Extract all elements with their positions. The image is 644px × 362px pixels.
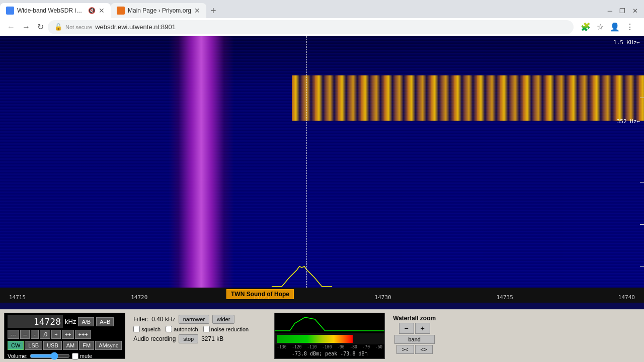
back-button[interactable]: ←	[4, 21, 18, 34]
forward-button[interactable]: →	[19, 21, 33, 34]
stop-button[interactable]: stop	[179, 334, 198, 343]
zoom-plus-button[interactable]: +	[415, 323, 430, 334]
settings-button[interactable]: ⋮	[624, 20, 636, 34]
meter-label-4: -90	[337, 345, 344, 349]
ab-button[interactable]: A/B	[78, 317, 94, 326]
bandwidth-curve	[272, 262, 332, 288]
options-row: squelch autonotch noise reduction	[133, 326, 266, 332]
mode-btn-cw[interactable]: CW	[8, 341, 24, 350]
address-text: websdr.ewi.utwente.nl:8901	[95, 23, 567, 31]
signal-svg	[275, 313, 384, 333]
autonotch-option: autonotch	[166, 326, 198, 332]
tab-title-2: Main Page › Priyom.org	[128, 7, 191, 14]
filter-row: Filter: 0.40 kHz narrower wider	[133, 315, 266, 324]
meter-label-1: -120	[292, 345, 301, 349]
mode-btn-lsb[interactable]: LSB	[25, 341, 42, 350]
tab-bar: Wide-band WebSDR in Ensc... 🔇 ✕ Main Pag…	[0, 0, 644, 18]
tab-favicon-1	[6, 7, 14, 15]
tab-priyom[interactable]: Main Page › Priyom.org ✕	[111, 3, 206, 18]
freq-label-4: 14735	[497, 294, 513, 301]
narrower-button[interactable]: narrower	[179, 315, 209, 324]
close-button[interactable]: ✕	[630, 5, 640, 17]
mode-btn-am[interactable]: AM	[63, 341, 78, 350]
zoom-band-button[interactable]: band	[394, 335, 435, 344]
frequency-unit: kHz	[65, 318, 76, 325]
restore-button[interactable]: ❐	[617, 5, 627, 17]
recording-size: 3271 kB	[201, 335, 223, 342]
filter-section: Filter: 0.40 kHz narrower wider squelch …	[129, 313, 270, 359]
atob-button[interactable]: A=B	[96, 317, 114, 326]
freq-label-5: 14740	[618, 294, 635, 301]
tab-websdr[interactable]: Wide-band WebSDR in Ensc... 🔇 ✕	[0, 3, 111, 18]
meter-label-3: -100	[322, 345, 332, 349]
minimize-button[interactable]: ─	[606, 5, 614, 17]
security-label: Not secure	[65, 24, 92, 30]
tune-btn-dbl-minus[interactable]: --	[20, 330, 30, 339]
frequency-axis: 14715 14720 14725 14730 14735 14740	[0, 288, 644, 303]
mode-btn-usb[interactable]: USB	[43, 341, 62, 350]
zoom-right-button[interactable]: <>	[415, 345, 433, 354]
meter-bar	[277, 335, 353, 343]
mute-checkbox[interactable]	[72, 353, 78, 359]
sdr-display: 14715 14720 14725 14730 14735 14740 TWN …	[0, 36, 644, 362]
tab-close-1[interactable]: ✕	[99, 7, 105, 15]
wf-markers	[638, 76, 644, 288]
navigation-bar: ← → ↻ 🔓 Not secure websdr.ewi.utwente.nl…	[0, 18, 644, 36]
mode-btn-fm[interactable]: FM	[79, 341, 94, 350]
frequency-input[interactable]: 14728	[8, 315, 63, 328]
meter-label-0: -130	[277, 345, 286, 349]
tune-btn-tripl-minus[interactable]: ---	[8, 330, 19, 339]
extensions-button[interactable]: 🧩	[579, 20, 593, 34]
noise-reduction-checkbox[interactable]	[203, 326, 210, 332]
freq-label-0: 14715	[9, 294, 26, 301]
zoom-minus-button[interactable]: −	[399, 323, 414, 334]
strong-signal-band	[169, 36, 234, 288]
squelch-checkbox[interactable]	[133, 326, 140, 332]
waterfall-zoom-title: Waterfall zoom	[393, 315, 436, 322]
zoom-left-button[interactable]: ><	[396, 345, 414, 354]
browser-chrome: Wide-band WebSDR in Ensc... 🔇 ✕ Main Pag…	[0, 0, 644, 36]
profile-button[interactable]: 👤	[608, 20, 622, 34]
autonotch-checkbox[interactable]	[166, 326, 172, 332]
frequency-display: 14728 kHz A/B A=B	[8, 315, 122, 328]
tab-title-1: Wide-band WebSDR in Ensc...	[17, 7, 85, 14]
tab-favicon-2	[117, 7, 125, 15]
new-tab-button[interactable]: +	[206, 3, 220, 18]
mute-label: mute	[72, 353, 92, 359]
volume-row: Volume: mute	[8, 352, 122, 360]
mode-btn-amsync[interactable]: AMsync	[95, 341, 122, 350]
wider-button[interactable]: wider	[212, 315, 234, 324]
volume-slider[interactable]	[30, 352, 70, 360]
tune-btn-plus[interactable]: +	[51, 330, 60, 339]
audio-recording-label: Audio recording	[133, 335, 176, 342]
reload-button[interactable]: ↻	[34, 20, 47, 34]
tune-btn-dbl-plus[interactable]: ++	[62, 330, 74, 339]
meter-label-5: -80	[350, 345, 357, 349]
address-bar[interactable]: 🔓 Not secure websdr.ewi.utwente.nl:8901	[48, 20, 574, 34]
waterfall-zoom-section: Waterfall zoom − + band >< <>	[389, 313, 440, 359]
squelch-option: squelch	[133, 326, 160, 332]
top-signal-bands	[292, 75, 644, 121]
volume-label: Volume:	[8, 353, 28, 359]
meter-scale: -130 -120 -110 -100 -90 -80 -70 -60	[275, 344, 384, 350]
waterfall-display[interactable]: 14715 14720 14725 14730 14735 14740 TWN …	[0, 36, 644, 303]
tab-close-2[interactable]: ✕	[194, 7, 200, 15]
scale-hz: 352 Hz←	[617, 118, 640, 125]
signal-canvas	[275, 313, 384, 333]
audio-meter-section: -130 -120 -110 -100 -90 -80 -70 -60 -73.…	[274, 313, 385, 359]
control-panel: 14728 kHz A/B A=B --- -- - .0 + ++ +++ C…	[0, 309, 644, 362]
meter-label-2: -110	[307, 345, 316, 349]
browser-actions: 🧩 ☆ 👤 ⋮	[575, 20, 640, 34]
tuning-cursor[interactable]	[306, 36, 306, 288]
security-icon: 🔓	[54, 23, 62, 31]
tune-btn-minus[interactable]: -	[31, 330, 39, 339]
tune-btn-tripl-plus[interactable]: +++	[75, 330, 91, 339]
mode-buttons: CW LSB USB AM FM AMsync	[8, 341, 122, 350]
tab-mute-icon[interactable]: 🔇	[88, 7, 96, 14]
bookmark-button[interactable]: ☆	[595, 20, 606, 34]
meter-label-7: -60	[375, 345, 382, 349]
meter-bar-container	[275, 333, 384, 344]
meter-label-6: -70	[363, 345, 370, 349]
scale-khz: 1.5 KHz←	[613, 39, 640, 46]
tune-btn-point-zero[interactable]: .0	[40, 330, 50, 339]
